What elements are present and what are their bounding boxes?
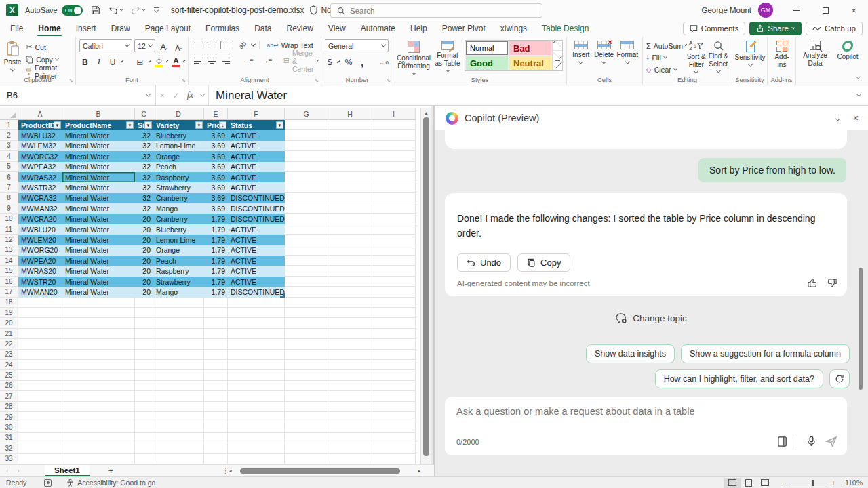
table-cell[interactable]: 1.79 bbox=[204, 245, 228, 256]
table-cell[interactable]: 32 bbox=[135, 203, 153, 214]
gallery-up-button[interactable] bbox=[553, 41, 562, 51]
row-header-27[interactable]: 27 bbox=[0, 391, 18, 401]
cell[interactable] bbox=[372, 203, 416, 214]
cell[interactable] bbox=[135, 298, 153, 308]
table-cell[interactable]: Mineral Water bbox=[62, 266, 135, 276]
cell-style-bad[interactable]: Bad bbox=[509, 41, 552, 56]
row-header-5[interactable]: 5 bbox=[0, 162, 18, 172]
cell[interactable] bbox=[328, 224, 372, 235]
cell[interactable] bbox=[372, 433, 416, 443]
cell[interactable] bbox=[62, 329, 135, 339]
filter-button[interactable]: ▾ bbox=[54, 121, 61, 129]
cell[interactable] bbox=[372, 245, 416, 256]
cell[interactable] bbox=[285, 141, 328, 151]
row-header-9[interactable]: 9 bbox=[0, 203, 18, 214]
cell[interactable] bbox=[228, 318, 285, 328]
cell[interactable] bbox=[285, 277, 328, 287]
cell[interactable] bbox=[328, 256, 372, 266]
table-cell[interactable]: 20 bbox=[135, 277, 153, 287]
column-header-G[interactable]: G bbox=[285, 108, 328, 120]
cell[interactable] bbox=[62, 412, 135, 422]
cell[interactable] bbox=[18, 391, 62, 401]
gallery-more-button[interactable] bbox=[553, 60, 562, 70]
thumbs-up-icon[interactable] bbox=[807, 278, 817, 288]
microphone-icon[interactable] bbox=[806, 436, 816, 447]
cell[interactable] bbox=[228, 402, 285, 412]
table-cell[interactable]: MWLEM32 bbox=[18, 141, 62, 151]
cell[interactable] bbox=[135, 433, 153, 443]
row-header-20[interactable]: 20 bbox=[0, 318, 18, 328]
row-header-16[interactable]: 16 bbox=[0, 277, 18, 287]
table-cell[interactable]: 1.79 bbox=[204, 277, 228, 287]
vertical-scrollbar-thumb[interactable] bbox=[423, 117, 429, 456]
table-cell[interactable]: 1.79 bbox=[204, 266, 228, 276]
row-header-30[interactable]: 30 bbox=[0, 422, 18, 432]
minimize-button[interactable] bbox=[783, 0, 811, 20]
cell[interactable] bbox=[18, 339, 62, 349]
cell[interactable] bbox=[153, 412, 204, 422]
table-cell[interactable]: MWPEA32 bbox=[18, 162, 62, 172]
cell[interactable] bbox=[372, 360, 416, 370]
cell[interactable] bbox=[204, 391, 228, 401]
row-header-32[interactable]: 32 bbox=[0, 443, 18, 453]
cell[interactable] bbox=[62, 370, 135, 380]
increase-indent-button[interactable]: →≡ bbox=[259, 57, 275, 64]
analyze-data-button[interactable]: Analyze Data bbox=[800, 39, 831, 75]
currency-button[interactable]: $ bbox=[325, 58, 335, 67]
search-input[interactable] bbox=[350, 7, 519, 15]
table-cell[interactable]: Mango bbox=[153, 287, 204, 297]
cell[interactable] bbox=[204, 412, 228, 422]
cell[interactable] bbox=[228, 433, 285, 443]
prompt-guide-icon[interactable] bbox=[776, 436, 788, 447]
fill-color-button[interactable]: ◇ bbox=[155, 57, 163, 67]
percent-button[interactable]: % bbox=[342, 58, 355, 67]
cell[interactable] bbox=[285, 370, 328, 380]
cell[interactable] bbox=[328, 151, 372, 161]
change-topic-button[interactable]: Change topic bbox=[435, 312, 868, 324]
thumbs-down-icon[interactable] bbox=[827, 278, 837, 288]
cell[interactable] bbox=[153, 360, 204, 370]
row-header-14[interactable]: 14 bbox=[0, 256, 18, 266]
tab-insert[interactable]: Insert bbox=[68, 20, 104, 37]
tab-review[interactable]: Review bbox=[279, 20, 320, 37]
table-cell[interactable]: 3.69 bbox=[204, 162, 228, 172]
cell[interactable] bbox=[62, 402, 135, 412]
cell[interactable] bbox=[372, 266, 416, 276]
cell[interactable] bbox=[372, 370, 416, 380]
table-cell[interactable]: Mineral Water bbox=[62, 214, 135, 224]
table-cell[interactable]: ACTIVE bbox=[228, 130, 285, 140]
cell[interactable] bbox=[328, 245, 372, 256]
cell[interactable] bbox=[285, 203, 328, 214]
table-cell[interactable]: Peach bbox=[153, 162, 204, 172]
column-header-D[interactable]: D bbox=[153, 108, 204, 120]
cell[interactable] bbox=[372, 287, 416, 297]
table-cell[interactable]: 3.69 bbox=[204, 141, 228, 151]
cell[interactable] bbox=[328, 370, 372, 380]
cell[interactable] bbox=[228, 443, 285, 453]
table-header-cell[interactable]: ProductName▾ bbox=[62, 120, 135, 130]
row-header-31[interactable]: 31 bbox=[0, 433, 18, 443]
table-cell[interactable]: MWORG20 bbox=[18, 245, 62, 256]
row-header-29[interactable]: 29 bbox=[0, 412, 18, 422]
avatar[interactable]: GM bbox=[758, 3, 773, 18]
cell[interactable] bbox=[372, 193, 416, 203]
cell[interactable] bbox=[285, 298, 328, 308]
cell[interactable] bbox=[285, 172, 328, 182]
cell[interactable] bbox=[285, 391, 328, 401]
cell[interactable] bbox=[328, 203, 372, 214]
table-cell[interactable]: MWMAN32 bbox=[18, 203, 62, 214]
autosum-button[interactable]: ΣAutoSum bbox=[646, 41, 684, 52]
table-cell[interactable]: Orange bbox=[153, 245, 204, 256]
cell[interactable] bbox=[204, 454, 228, 464]
cell[interactable] bbox=[204, 298, 228, 308]
cell[interactable] bbox=[372, 412, 416, 422]
table-cell[interactable]: Mango bbox=[153, 203, 204, 214]
cell[interactable] bbox=[372, 318, 416, 328]
tab-view[interactable]: View bbox=[321, 20, 353, 37]
cell[interactable] bbox=[372, 350, 416, 360]
cell[interactable] bbox=[18, 443, 62, 453]
save-button[interactable] bbox=[91, 5, 100, 15]
table-cell[interactable]: 20 bbox=[135, 287, 153, 297]
table-header-cell[interactable]: Size▾ bbox=[135, 120, 153, 130]
cell[interactable] bbox=[135, 422, 153, 432]
